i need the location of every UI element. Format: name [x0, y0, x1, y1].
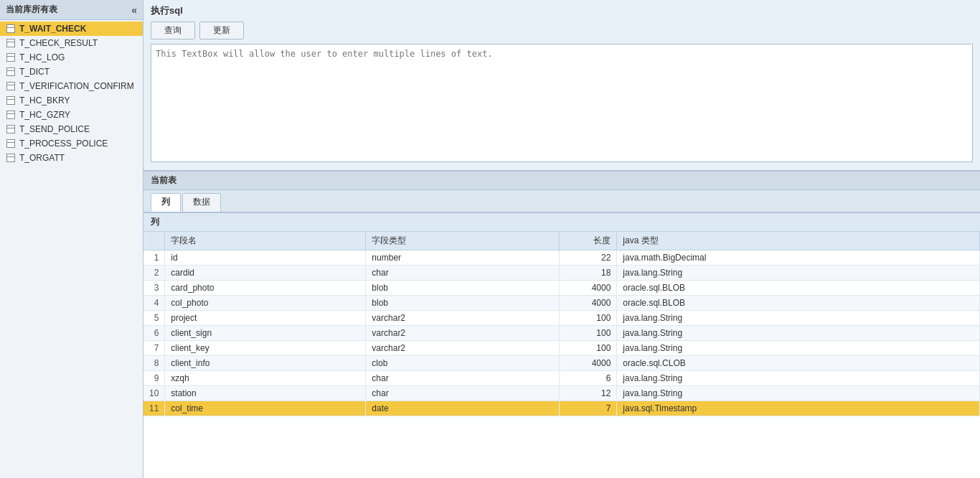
row-length: 4000	[560, 356, 617, 371]
row-field-name: cardid	[165, 266, 366, 281]
table-icon	[6, 139, 16, 149]
sidebar-item-label: T_WAIT_CHECK	[19, 24, 86, 34]
row-num: 10	[143, 386, 165, 401]
columns-table: 字段名 字段类型 长度 java 类型 1idnumber22java.math…	[143, 232, 980, 416]
sidebar-item-T_SEND_POLICE[interactable]: T_SEND_POLICE	[0, 122, 143, 136]
row-length: 4000	[560, 281, 617, 296]
row-num: 8	[143, 356, 165, 371]
sidebar-item-label: T_HC_LOG	[19, 52, 65, 62]
table-row[interactable]: 10stationchar12java.lang.String	[143, 386, 980, 401]
row-java-type: java.lang.String	[617, 326, 980, 341]
th-field-name: 字段名	[165, 232, 366, 250]
table-row[interactable]: 3card_photoblob4000oracle.sql.BLOB	[143, 281, 980, 296]
row-field-type: varchar2	[366, 311, 560, 326]
sidebar-collapse-icon[interactable]: «	[131, 4, 137, 16]
table-icon	[6, 24, 16, 34]
table-icon	[6, 52, 16, 62]
row-java-type: java.lang.String	[617, 386, 980, 401]
sidebar-item-T_HC_GZRY[interactable]: T_HC_GZRY	[0, 108, 143, 122]
row-field-name: card_photo	[165, 281, 366, 296]
table-row[interactable]: 11col_timedate7java.sql.Timestamp	[143, 401, 980, 416]
row-field-name: col_time	[165, 401, 366, 416]
sidebar: 当前库所有表 « T_WAIT_CHECKT_CHECK_RESULTT_HC_…	[0, 0, 143, 478]
sidebar-item-T_PROCESS_POLICE[interactable]: T_PROCESS_POLICE	[0, 136, 143, 151]
row-length: 7	[560, 401, 617, 416]
row-java-type: java.math.BigDecimal	[617, 250, 980, 266]
table-icon	[6, 81, 16, 91]
table-icon	[6, 110, 16, 120]
table-icon	[6, 95, 16, 106]
row-num: 1	[143, 250, 165, 266]
row-length: 18	[560, 266, 617, 281]
table-row[interactable]: 6client_signvarchar2100java.lang.String	[143, 326, 980, 341]
main-area: 执行sql 查询 更新 当前表 列数据 列 字段名 字段类型 长度 java 类…	[143, 0, 980, 478]
row-length: 4000	[560, 296, 617, 311]
row-num: 3	[143, 281, 165, 296]
sidebar-item-T_DICT[interactable]: T_DICT	[0, 65, 143, 79]
row-java-type: java.sql.Timestamp	[617, 401, 980, 416]
table-row[interactable]: 7client_keyvarchar2100java.lang.String	[143, 341, 980, 356]
row-length: 22	[560, 250, 617, 266]
query-button[interactable]: 查询	[151, 22, 195, 39]
row-num: 6	[143, 326, 165, 341]
row-field-type: blob	[366, 281, 560, 296]
current-table-panel: 当前表 列数据 列 字段名 字段类型 长度 java 类型 1idnumb	[143, 171, 980, 478]
sidebar-item-T_WAIT_CHECK[interactable]: T_WAIT_CHECK	[0, 22, 143, 36]
table-icon	[6, 67, 16, 77]
row-length: 100	[560, 326, 617, 341]
sidebar-item-T_HC_LOG[interactable]: T_HC_LOG	[0, 50, 143, 65]
row-java-type: java.lang.String	[617, 266, 980, 281]
table-row[interactable]: 4col_photoblob4000oracle.sql.BLOB	[143, 296, 980, 311]
sidebar-item-label: T_HC_BKRY	[19, 95, 70, 106]
table-row[interactable]: 9xzqhchar6java.lang.String	[143, 371, 980, 386]
sidebar-header: 当前库所有表 «	[0, 0, 143, 20]
sidebar-item-T_CHECK_RESULT[interactable]: T_CHECK_RESULT	[0, 36, 143, 50]
execute-sql-title: 执行sql	[151, 4, 973, 17]
table-row[interactable]: 5projectvarchar2100java.lang.String	[143, 311, 980, 326]
table-row[interactable]: 1idnumber22java.math.BigDecimal	[143, 250, 980, 266]
row-field-type: date	[366, 401, 560, 416]
table-row[interactable]: 8client_infoclob4000oracle.sql.CLOB	[143, 356, 980, 371]
th-java-type: java 类型	[617, 232, 980, 250]
tabs-bar: 列数据	[143, 190, 980, 213]
th-length: 长度	[560, 232, 617, 250]
table-icon	[6, 124, 16, 134]
tab-data[interactable]: 数据	[182, 193, 221, 212]
table-body: 1idnumber22java.math.BigDecimal2cardidch…	[143, 250, 980, 416]
tab-columns[interactable]: 列	[151, 193, 181, 212]
sidebar-item-label: T_PROCESS_POLICE	[19, 139, 108, 149]
row-field-type: varchar2	[366, 326, 560, 341]
row-field-name: client_sign	[165, 326, 366, 341]
table-icon	[6, 153, 16, 163]
row-java-type: oracle.sql.BLOB	[617, 281, 980, 296]
row-field-name: xzqh	[165, 371, 366, 386]
table-row[interactable]: 2cardidchar18java.lang.String	[143, 266, 980, 281]
row-field-type: char	[366, 371, 560, 386]
row-length: 12	[560, 386, 617, 401]
table-container[interactable]: 列 字段名 字段类型 长度 java 类型 1idnumber22java.ma…	[143, 213, 980, 478]
row-num: 2	[143, 266, 165, 281]
row-java-type: java.lang.String	[617, 311, 980, 326]
sidebar-title: 当前库所有表	[6, 4, 57, 16]
sidebar-item-T_HC_BKRY[interactable]: T_HC_BKRY	[0, 93, 143, 108]
row-field-name: project	[165, 311, 366, 326]
row-field-name: id	[165, 250, 366, 266]
row-length: 6	[560, 371, 617, 386]
sidebar-item-T_ORGATT[interactable]: T_ORGATT	[0, 151, 143, 165]
row-field-name: col_photo	[165, 296, 366, 311]
row-field-name: client_key	[165, 341, 366, 356]
row-field-type: clob	[366, 356, 560, 371]
row-num: 4	[143, 296, 165, 311]
row-field-name: station	[165, 386, 366, 401]
sidebar-item-label: T_ORGATT	[19, 153, 65, 163]
sidebar-item-label: T_VERIFICATION_CONFIRM	[19, 81, 134, 91]
update-button[interactable]: 更新	[199, 22, 244, 39]
sql-textarea[interactable]	[151, 44, 973, 162]
row-num: 11	[143, 401, 165, 416]
row-length: 100	[560, 341, 617, 356]
table-icon	[6, 38, 16, 48]
sidebar-list: T_WAIT_CHECKT_CHECK_RESULTT_HC_LOGT_DICT…	[0, 20, 143, 478]
row-num: 5	[143, 311, 165, 326]
row-field-type: varchar2	[366, 341, 560, 356]
sidebar-item-T_VERIFICATION_CONFIRM[interactable]: T_VERIFICATION_CONFIRM	[0, 79, 143, 93]
